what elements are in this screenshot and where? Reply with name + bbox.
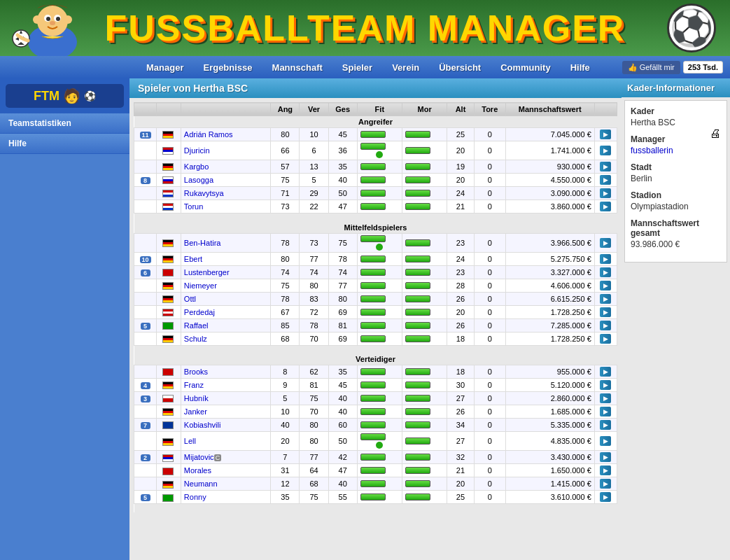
player-arrow-icon[interactable]: ▶	[600, 334, 611, 344]
player-name[interactable]: Ronny	[181, 491, 271, 504]
player-action-cell[interactable]: ▶	[594, 477, 617, 491]
player-name[interactable]: Kobiashvili	[181, 419, 271, 432]
col-action	[594, 103, 617, 116]
player-action-cell[interactable]: ▶	[594, 305, 617, 318]
manager-value[interactable]: fussballerin	[631, 146, 721, 155]
nav-item-mannschaft[interactable]: Mannschaft	[262, 56, 332, 78]
player-flag-cell	[157, 477, 181, 491]
player-arrow-icon[interactable]: ▶	[600, 188, 611, 198]
player-name[interactable]: Niemeyer	[181, 279, 271, 292]
player-action-cell[interactable]: ▶	[594, 265, 617, 279]
player-action-cell[interactable]: ▶	[594, 392, 617, 405]
player-arrow-icon[interactable]: ▶	[600, 267, 611, 277]
player-action-cell[interactable]: ▶	[594, 128, 617, 141]
player-name[interactable]: Schulz	[181, 332, 271, 345]
player-arrow-icon[interactable]: ▶	[600, 146, 611, 155]
player-action-cell[interactable]: ▶	[594, 160, 617, 174]
content-area: Spieler von Hertha BSC Ang Ver Ges Fit M…	[129, 78, 622, 560]
player-name[interactable]: Adrián Ramos	[181, 128, 271, 141]
player-action-cell[interactable]: ▶	[594, 432, 617, 451]
player-name[interactable]: Lustenberger	[181, 265, 271, 279]
player-action-cell[interactable]: ▶	[594, 187, 617, 200]
player-name[interactable]: Morales	[181, 464, 271, 477]
player-arrow-icon[interactable]: ▶	[600, 380, 611, 390]
nav-item-manager[interactable]: Manager	[136, 56, 193, 78]
player-arrow-icon[interactable]: ▶	[600, 479, 611, 489]
nav-item-verein[interactable]: Verein	[382, 56, 429, 78]
player-arrow-icon[interactable]: ▶	[600, 307, 611, 317]
player-name[interactable]: Djuricin	[181, 141, 271, 160]
player-name[interactable]: Ben-Hatira	[181, 233, 271, 252]
player-action-cell[interactable]: ▶	[594, 174, 617, 187]
player-arrow-icon[interactable]: ▶	[600, 465, 611, 475]
player-ver: 75	[300, 491, 328, 504]
player-name[interactable]: Perdedaj	[181, 305, 271, 318]
player-mor-cell	[402, 252, 447, 265]
player-name[interactable]: Hubník	[181, 392, 271, 405]
player-arrow-icon[interactable]: ▶	[600, 281, 611, 290]
player-arrow-icon[interactable]: ▶	[600, 393, 611, 403]
player-action-cell[interactable]: ▶	[594, 405, 617, 419]
player-fit-cell	[357, 392, 402, 405]
player-action-cell[interactable]: ▶	[594, 451, 617, 464]
player-action-cell[interactable]: ▶	[594, 464, 617, 477]
player-arrow-icon[interactable]: ▶	[600, 254, 611, 264]
table-row: 8 Lasogga 75 5 40 20 0 4.550.000 € ▶	[134, 174, 617, 187]
player-name[interactable]: Ottl	[181, 292, 271, 305]
player-name[interactable]: Brooks	[181, 365, 271, 379]
player-arrow-icon[interactable]: ▶	[600, 130, 611, 139]
player-name[interactable]: Ebert	[181, 252, 271, 265]
sidebar-item-hilfe[interactable]: Hilfe	[0, 134, 129, 154]
sidebar-item-teamstatistiken[interactable]: Teamstatistiken	[0, 113, 129, 134]
player-action-cell[interactable]: ▶	[594, 365, 617, 379]
player-name[interactable]: Raffael	[181, 318, 271, 332]
table-row: 5 Ronny 35 75 55 25 0 3.610.000 € ▶	[134, 491, 617, 504]
player-arrow-icon[interactable]: ▶	[600, 436, 611, 446]
player-name[interactable]: Lasogga	[181, 174, 271, 187]
player-arrow-icon[interactable]: ▶	[600, 367, 611, 377]
player-action-cell[interactable]: ▶	[594, 233, 617, 252]
player-arrow-icon[interactable]: ▶	[600, 175, 611, 185]
player-alt: 26	[447, 292, 475, 305]
player-name[interactable]: Neumann	[181, 477, 271, 491]
player-alt: 21	[447, 464, 475, 477]
player-arrow-icon[interactable]: ▶	[600, 294, 611, 304]
player-arrow-icon[interactable]: ▶	[600, 202, 611, 211]
player-action-cell[interactable]: ▶	[594, 379, 617, 392]
player-flag-cell	[157, 292, 181, 305]
player-action-cell[interactable]: ▶	[594, 200, 617, 214]
player-arrow-icon[interactable]: ▶	[600, 452, 611, 462]
player-action-cell[interactable]: ▶	[594, 491, 617, 504]
player-action-cell[interactable]: ▶	[594, 141, 617, 160]
nav-item-ubersicht[interactable]: Übersicht	[429, 56, 491, 78]
player-name[interactable]: Franz	[181, 379, 271, 392]
nav-item-hilfe[interactable]: Hilfe	[561, 56, 600, 78]
player-name[interactable]: Lell	[181, 432, 271, 451]
player-action-cell[interactable]: ▶	[594, 279, 617, 292]
player-name[interactable]: Kargbo	[181, 160, 271, 174]
player-arrow-icon[interactable]: ▶	[600, 321, 611, 330]
player-arrow-icon[interactable]: ▶	[600, 492, 611, 502]
player-name[interactable]: Rukavytsya	[181, 187, 271, 200]
flag-icon	[162, 190, 174, 197]
player-ges: 77	[328, 279, 357, 292]
player-action-cell[interactable]: ▶	[594, 332, 617, 345]
nav-item-community[interactable]: Community	[491, 56, 561, 78]
print-icon[interactable]: 🖨	[710, 127, 721, 140]
player-action-cell[interactable]: ▶	[594, 292, 617, 305]
player-arrow-icon[interactable]: ▶	[600, 162, 611, 172]
player-arrow-icon[interactable]: ▶	[600, 238, 611, 248]
facebook-like-button[interactable]: 👍 Gefällt mir	[622, 61, 680, 74]
player-name[interactable]: Torun	[181, 200, 271, 214]
player-action-cell[interactable]: ▶	[594, 318, 617, 332]
nav-item-spieler[interactable]: Spieler	[332, 56, 382, 78]
player-mor-cell	[402, 200, 447, 214]
player-name[interactable]: MijatovicC	[181, 451, 271, 464]
player-name[interactable]: Janker	[181, 405, 271, 419]
player-action-cell[interactable]: ▶	[594, 419, 617, 432]
nav-item-ergebnisse[interactable]: Ergebnisse	[193, 56, 262, 78]
player-arrow-icon[interactable]: ▶	[600, 407, 611, 416]
player-arrow-icon[interactable]: ▶	[600, 420, 611, 430]
player-tore: 0	[474, 279, 505, 292]
player-action-cell[interactable]: ▶	[594, 252, 617, 265]
